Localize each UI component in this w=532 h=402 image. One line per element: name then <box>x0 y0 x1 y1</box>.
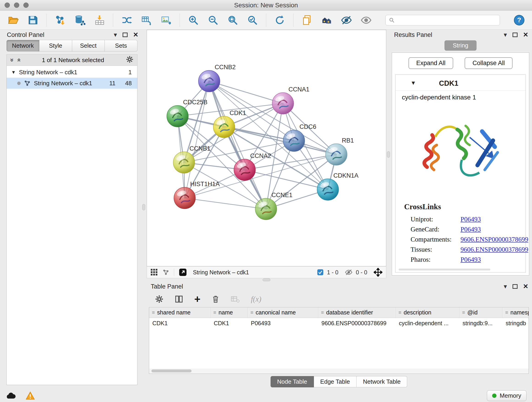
refresh-layout-icon[interactable] <box>273 14 286 26</box>
selected-nodes-checkbox-icon[interactable] <box>317 269 324 276</box>
hide-selected-icon[interactable] <box>340 14 353 26</box>
collapse-entry-icon[interactable]: ▼ <box>411 80 416 86</box>
crosslink-value-link[interactable]: 9606.ENSP00000378699 <box>461 246 528 253</box>
float-panel-icon[interactable] <box>513 32 518 37</box>
collapse-all-button[interactable]: Collapse All <box>465 57 513 69</box>
crosslink-value-link[interactable]: P06493 <box>461 225 481 233</box>
collapse-all-networks-icon[interactable]: » <box>9 58 15 62</box>
control-tab-network[interactable]: Network <box>6 40 39 51</box>
control-tab-style[interactable]: Style <box>39 40 72 51</box>
zoom-selected-icon[interactable] <box>246 14 259 26</box>
import-table-icon[interactable] <box>93 14 106 26</box>
network-options-gear-icon[interactable] <box>126 56 133 65</box>
table-tab-node-table[interactable]: Node Table <box>271 376 314 387</box>
zoom-window-button[interactable] <box>23 2 29 8</box>
delete-column-trash-icon[interactable] <box>211 295 220 303</box>
network-view-canvas[interactable]: CCNB2CCNA1CDC25BCDK1CDC6RB1CCNB1CCNA2CDK… <box>147 30 386 266</box>
close-panel-icon[interactable]: ✕ <box>523 283 528 290</box>
minimize-window-button[interactable] <box>14 2 19 8</box>
new-table-icon[interactable] <box>140 14 152 26</box>
control-tab-select[interactable]: Select <box>72 40 105 51</box>
node-CCNE1[interactable]: CCNE1 <box>255 191 293 220</box>
column-header--id[interactable]: ≡@id <box>459 307 502 318</box>
protein-entry-header[interactable]: ▼ CDK1 <box>395 77 526 90</box>
panel-menu-icon[interactable]: ▾ <box>114 32 117 38</box>
node-CDC6[interactable]: CDC6 <box>283 123 317 152</box>
close-panel-icon[interactable]: ✕ <box>523 32 528 38</box>
network-row[interactable]: String Network – cdk1 11 48 <box>7 78 137 89</box>
table-tab-edge-table[interactable]: Edge Table <box>314 376 357 387</box>
edge-CCNA2-CDKN1A[interactable] <box>245 170 328 190</box>
export-image-icon[interactable] <box>160 14 172 26</box>
results-horizontal-scrollbar[interactable] <box>399 269 490 270</box>
left-splitter-handle[interactable] <box>142 204 145 211</box>
node-CDKN1A[interactable]: CDKN1A <box>317 172 359 200</box>
crosslink-value-link[interactable]: P06493 <box>461 256 481 263</box>
float-panel-icon[interactable] <box>123 32 128 37</box>
expand-all-button[interactable]: Expand All <box>409 57 453 69</box>
node-RB1[interactable]: RB1 <box>326 137 354 165</box>
panel-menu-icon[interactable]: ▾ <box>504 283 507 290</box>
float-panel-icon[interactable] <box>513 284 518 289</box>
zoom-out-icon[interactable] <box>207 14 219 26</box>
column-sort-icon: ≡ <box>399 310 401 316</box>
table-settings-gear-icon[interactable] <box>155 295 164 303</box>
zoom-in-icon[interactable] <box>187 14 200 26</box>
column-header-database-identifier[interactable]: ≡database identifier <box>318 307 396 318</box>
open-in-new-window-icon[interactable] <box>179 268 187 276</box>
add-column-icon[interactable]: + <box>194 294 201 304</box>
show-columns-icon[interactable] <box>175 295 183 303</box>
table-tab-network-table[interactable]: Network Table <box>356 376 407 387</box>
global-search-box[interactable] <box>385 15 500 26</box>
scrollbar-thumb[interactable] <box>152 370 191 372</box>
table-row[interactable]: CDK1CDK1P064939606.ENSP00000378699cyclin… <box>149 318 529 328</box>
table-cell: stringdb:9... <box>459 320 502 327</box>
table-horizontal-scrollbar[interactable] <box>149 369 529 374</box>
node-CDK1[interactable]: CDK1 <box>213 109 246 138</box>
crosslink-value-link[interactable]: 9606.ENSP00000378699 <box>461 236 528 243</box>
right-splitter-handle[interactable] <box>387 151 390 158</box>
node-CCNB1[interactable]: CCNB1 <box>173 145 210 173</box>
export-document-icon[interactable] <box>301 14 313 26</box>
horizontal-splitter-handle[interactable] <box>263 279 270 281</box>
column-header-shared-name[interactable]: ≡shared name <box>149 307 210 318</box>
function-builder-icon[interactable]: f(x) <box>251 295 261 303</box>
warning-icon[interactable] <box>26 391 35 400</box>
node-CDC25B[interactable]: CDC25B <box>167 99 208 127</box>
results-panel-title: Results Panel <box>394 32 504 38</box>
cloud-icon[interactable] <box>6 392 16 400</box>
edge-CDC6-CCNE1[interactable] <box>266 141 294 209</box>
control-tab-sets[interactable]: Sets <box>105 40 138 51</box>
help-icon[interactable]: ? <box>513 14 525 26</box>
network-shuffle-icon[interactable] <box>120 14 133 26</box>
close-window-button[interactable] <box>5 2 10 8</box>
import-network-database-icon[interactable] <box>74 14 86 26</box>
hidden-elements-eye-icon[interactable] <box>345 268 353 276</box>
edge-CCNB2-CCNA1[interactable] <box>209 81 283 103</box>
show-all-eye-icon[interactable] <box>360 14 372 26</box>
network-collection-row[interactable]: ▼ String Network – cdk1 1 <box>7 67 137 78</box>
string-home-icon[interactable] <box>321 14 333 26</box>
column-header-canonical-name[interactable]: ≡canonical name <box>248 307 318 318</box>
open-session-icon[interactable] <box>7 14 19 26</box>
network-graph-icon[interactable] <box>162 269 169 276</box>
column-header-namespac[interactable]: ≡namespac <box>502 307 529 318</box>
memory-button[interactable]: Memory <box>487 390 526 401</box>
expand-all-networks-icon[interactable]: » <box>15 58 22 62</box>
edge-HIST1H1A-CCNE1[interactable] <box>185 198 266 209</box>
global-search-input[interactable] <box>397 17 496 24</box>
column-header-description[interactable]: ≡description <box>396 307 459 318</box>
column-header-name[interactable]: ≡name <box>210 307 248 318</box>
zoom-fit-icon[interactable] <box>227 14 239 26</box>
panel-menu-icon[interactable]: ▾ <box>504 32 507 38</box>
close-panel-icon[interactable]: ✕ <box>133 32 138 38</box>
collapse-branch-icon[interactable]: ▼ <box>11 70 16 75</box>
node-CCNA1[interactable]: CCNA1 <box>272 86 310 114</box>
pan-crosshair-icon[interactable] <box>374 268 382 277</box>
edge-CCNB2-CCNE1[interactable] <box>209 81 266 209</box>
save-session-icon[interactable] <box>27 14 39 26</box>
crosslink-value-link[interactable]: P06493 <box>461 216 481 223</box>
birds-eye-view-icon[interactable] <box>151 269 158 276</box>
tab-string[interactable]: String <box>444 40 476 51</box>
import-network-file-icon[interactable] <box>54 14 66 26</box>
